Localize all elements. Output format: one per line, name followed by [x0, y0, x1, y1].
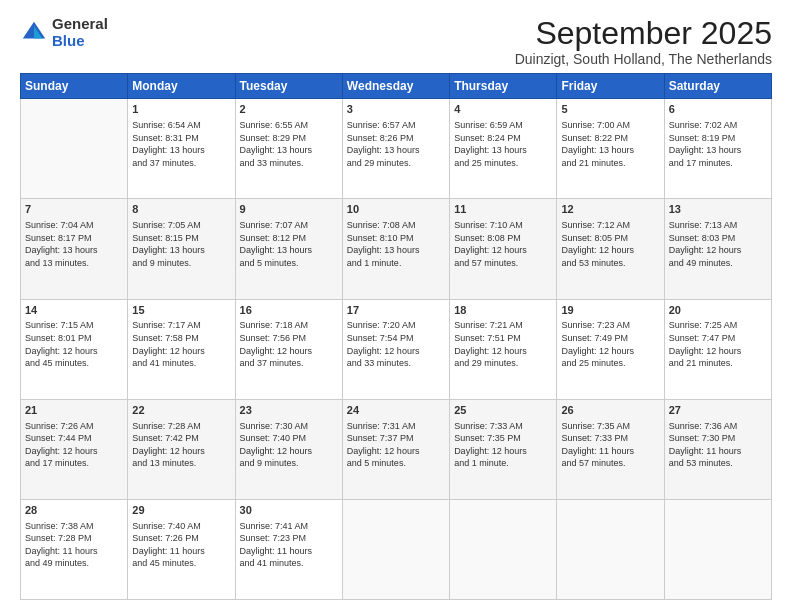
day-info: Sunrise: 7:10 AM Sunset: 8:08 PM Dayligh…: [454, 219, 552, 269]
day-number: 6: [669, 102, 767, 117]
day-number: 14: [25, 303, 123, 318]
day-number: 30: [240, 503, 338, 518]
day-number: 24: [347, 403, 445, 418]
day-number: 29: [132, 503, 230, 518]
day-cell: 27Sunrise: 7:36 AM Sunset: 7:30 PM Dayli…: [664, 399, 771, 499]
header: General Blue September 2025 Duinzigt, So…: [20, 16, 772, 67]
col-header-saturday: Saturday: [664, 74, 771, 99]
day-cell: 24Sunrise: 7:31 AM Sunset: 7:37 PM Dayli…: [342, 399, 449, 499]
header-row: SundayMondayTuesdayWednesdayThursdayFrid…: [21, 74, 772, 99]
day-cell: 20Sunrise: 7:25 AM Sunset: 7:47 PM Dayli…: [664, 299, 771, 399]
day-cell: [450, 499, 557, 599]
week-row-1: 1Sunrise: 6:54 AM Sunset: 8:31 PM Daylig…: [21, 99, 772, 199]
month-title: September 2025: [515, 16, 772, 51]
day-info: Sunrise: 7:28 AM Sunset: 7:42 PM Dayligh…: [132, 420, 230, 470]
day-number: 5: [561, 102, 659, 117]
location: Duinzigt, South Holland, The Netherlands: [515, 51, 772, 67]
day-info: Sunrise: 6:55 AM Sunset: 8:29 PM Dayligh…: [240, 119, 338, 169]
day-number: 19: [561, 303, 659, 318]
day-info: Sunrise: 6:59 AM Sunset: 8:24 PM Dayligh…: [454, 119, 552, 169]
day-cell: 5Sunrise: 7:00 AM Sunset: 8:22 PM Daylig…: [557, 99, 664, 199]
day-cell: 17Sunrise: 7:20 AM Sunset: 7:54 PM Dayli…: [342, 299, 449, 399]
col-header-monday: Monday: [128, 74, 235, 99]
day-cell: 1Sunrise: 6:54 AM Sunset: 8:31 PM Daylig…: [128, 99, 235, 199]
week-row-5: 28Sunrise: 7:38 AM Sunset: 7:28 PM Dayli…: [21, 499, 772, 599]
day-number: 22: [132, 403, 230, 418]
day-info: Sunrise: 7:08 AM Sunset: 8:10 PM Dayligh…: [347, 219, 445, 269]
day-number: 13: [669, 202, 767, 217]
day-cell: 15Sunrise: 7:17 AM Sunset: 7:58 PM Dayli…: [128, 299, 235, 399]
day-info: Sunrise: 7:21 AM Sunset: 7:51 PM Dayligh…: [454, 319, 552, 369]
day-cell: 9Sunrise: 7:07 AM Sunset: 8:12 PM Daylig…: [235, 199, 342, 299]
week-row-2: 7Sunrise: 7:04 AM Sunset: 8:17 PM Daylig…: [21, 199, 772, 299]
day-cell: 18Sunrise: 7:21 AM Sunset: 7:51 PM Dayli…: [450, 299, 557, 399]
day-info: Sunrise: 7:30 AM Sunset: 7:40 PM Dayligh…: [240, 420, 338, 470]
day-number: 3: [347, 102, 445, 117]
day-info: Sunrise: 7:33 AM Sunset: 7:35 PM Dayligh…: [454, 420, 552, 470]
day-info: Sunrise: 7:36 AM Sunset: 7:30 PM Dayligh…: [669, 420, 767, 470]
day-number: 12: [561, 202, 659, 217]
day-cell: 22Sunrise: 7:28 AM Sunset: 7:42 PM Dayli…: [128, 399, 235, 499]
day-cell: 30Sunrise: 7:41 AM Sunset: 7:23 PM Dayli…: [235, 499, 342, 599]
day-info: Sunrise: 6:57 AM Sunset: 8:26 PM Dayligh…: [347, 119, 445, 169]
day-cell: [342, 499, 449, 599]
day-cell: 3Sunrise: 6:57 AM Sunset: 8:26 PM Daylig…: [342, 99, 449, 199]
day-info: Sunrise: 7:41 AM Sunset: 7:23 PM Dayligh…: [240, 520, 338, 570]
day-info: Sunrise: 6:54 AM Sunset: 8:31 PM Dayligh…: [132, 119, 230, 169]
day-info: Sunrise: 7:04 AM Sunset: 8:17 PM Dayligh…: [25, 219, 123, 269]
day-cell: 7Sunrise: 7:04 AM Sunset: 8:17 PM Daylig…: [21, 199, 128, 299]
day-number: 9: [240, 202, 338, 217]
col-header-friday: Friday: [557, 74, 664, 99]
day-number: 21: [25, 403, 123, 418]
day-number: 2: [240, 102, 338, 117]
calendar-table: SundayMondayTuesdayWednesdayThursdayFrid…: [20, 73, 772, 600]
logo-blue: Blue: [52, 33, 108, 50]
logo-icon: [20, 19, 48, 47]
title-block: September 2025 Duinzigt, South Holland, …: [515, 16, 772, 67]
day-info: Sunrise: 7:13 AM Sunset: 8:03 PM Dayligh…: [669, 219, 767, 269]
day-info: Sunrise: 7:12 AM Sunset: 8:05 PM Dayligh…: [561, 219, 659, 269]
logo-text: General Blue: [52, 16, 108, 49]
day-cell: 2Sunrise: 6:55 AM Sunset: 8:29 PM Daylig…: [235, 99, 342, 199]
day-number: 15: [132, 303, 230, 318]
day-cell: [557, 499, 664, 599]
day-number: 18: [454, 303, 552, 318]
day-info: Sunrise: 7:02 AM Sunset: 8:19 PM Dayligh…: [669, 119, 767, 169]
day-number: 25: [454, 403, 552, 418]
day-number: 28: [25, 503, 123, 518]
day-info: Sunrise: 7:38 AM Sunset: 7:28 PM Dayligh…: [25, 520, 123, 570]
day-info: Sunrise: 7:40 AM Sunset: 7:26 PM Dayligh…: [132, 520, 230, 570]
col-header-thursday: Thursday: [450, 74, 557, 99]
day-info: Sunrise: 7:07 AM Sunset: 8:12 PM Dayligh…: [240, 219, 338, 269]
day-number: 4: [454, 102, 552, 117]
col-header-wednesday: Wednesday: [342, 74, 449, 99]
week-row-3: 14Sunrise: 7:15 AM Sunset: 8:01 PM Dayli…: [21, 299, 772, 399]
day-cell: 25Sunrise: 7:33 AM Sunset: 7:35 PM Dayli…: [450, 399, 557, 499]
day-cell: 10Sunrise: 7:08 AM Sunset: 8:10 PM Dayli…: [342, 199, 449, 299]
day-cell: 11Sunrise: 7:10 AM Sunset: 8:08 PM Dayli…: [450, 199, 557, 299]
col-header-tuesday: Tuesday: [235, 74, 342, 99]
day-cell: 26Sunrise: 7:35 AM Sunset: 7:33 PM Dayli…: [557, 399, 664, 499]
day-cell: 21Sunrise: 7:26 AM Sunset: 7:44 PM Dayli…: [21, 399, 128, 499]
day-number: 26: [561, 403, 659, 418]
day-info: Sunrise: 7:05 AM Sunset: 8:15 PM Dayligh…: [132, 219, 230, 269]
logo-general: General: [52, 16, 108, 33]
day-number: 16: [240, 303, 338, 318]
day-info: Sunrise: 7:15 AM Sunset: 8:01 PM Dayligh…: [25, 319, 123, 369]
day-info: Sunrise: 7:20 AM Sunset: 7:54 PM Dayligh…: [347, 319, 445, 369]
day-cell: 16Sunrise: 7:18 AM Sunset: 7:56 PM Dayli…: [235, 299, 342, 399]
day-cell: [21, 99, 128, 199]
day-info: Sunrise: 7:23 AM Sunset: 7:49 PM Dayligh…: [561, 319, 659, 369]
day-cell: 23Sunrise: 7:30 AM Sunset: 7:40 PM Dayli…: [235, 399, 342, 499]
week-row-4: 21Sunrise: 7:26 AM Sunset: 7:44 PM Dayli…: [21, 399, 772, 499]
logo: General Blue: [20, 16, 108, 49]
day-number: 20: [669, 303, 767, 318]
day-number: 1: [132, 102, 230, 117]
day-info: Sunrise: 7:26 AM Sunset: 7:44 PM Dayligh…: [25, 420, 123, 470]
day-cell: 13Sunrise: 7:13 AM Sunset: 8:03 PM Dayli…: [664, 199, 771, 299]
day-info: Sunrise: 7:00 AM Sunset: 8:22 PM Dayligh…: [561, 119, 659, 169]
day-number: 27: [669, 403, 767, 418]
day-cell: 19Sunrise: 7:23 AM Sunset: 7:49 PM Dayli…: [557, 299, 664, 399]
day-info: Sunrise: 7:31 AM Sunset: 7:37 PM Dayligh…: [347, 420, 445, 470]
day-info: Sunrise: 7:25 AM Sunset: 7:47 PM Dayligh…: [669, 319, 767, 369]
